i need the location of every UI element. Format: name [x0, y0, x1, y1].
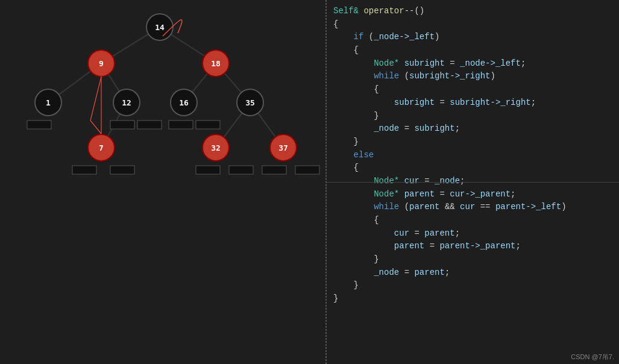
svg-line-42	[90, 121, 101, 134]
tree-panel: 14918112163573237	[0, 0, 325, 364]
code-panel: Self& operator--(){ if (_node->_left) { …	[325, 0, 619, 364]
tree-diagram: 14918112163573237	[0, 0, 325, 344]
code-line: Self& operator--()	[333, 5, 612, 18]
svg-rect-15	[110, 166, 134, 174]
code-line: while (parent && cur == parent->_left)	[333, 201, 612, 214]
code-line: }	[333, 279, 612, 292]
code-line: }	[333, 253, 612, 266]
code-line: if (_node->_left)	[333, 31, 612, 44]
code-line: while (subright->_right)	[333, 70, 612, 83]
svg-text:14: 14	[155, 23, 165, 32]
watermark: CSDN @7吊7.	[571, 353, 614, 362]
code-line: {	[333, 83, 612, 96]
svg-rect-14	[72, 166, 96, 174]
code-line: {	[333, 214, 612, 227]
code-line: {	[333, 162, 612, 175]
svg-rect-18	[262, 166, 286, 174]
code-line: parent = parent->_parent;	[333, 240, 612, 253]
svg-text:1: 1	[46, 98, 51, 107]
code-line: }	[333, 292, 612, 306]
code-line: Node* parent = cur->_parent;	[333, 188, 612, 201]
code-line: cur = parent;	[333, 227, 612, 240]
code-line: {	[333, 44, 612, 57]
svg-text:7: 7	[99, 143, 104, 152]
code-line: subright = subright->_right;	[333, 96, 612, 110]
svg-rect-12	[169, 121, 193, 129]
svg-rect-11	[137, 121, 162, 129]
svg-text:9: 9	[99, 59, 104, 68]
code-line: {	[333, 18, 612, 31]
code-line: Node* cur = _node;	[333, 175, 612, 188]
svg-text:32: 32	[211, 143, 221, 152]
svg-line-40	[90, 77, 101, 121]
svg-text:35: 35	[245, 98, 255, 107]
code-line: else	[333, 149, 612, 162]
code-line: Node* subright = _node->_left;	[333, 57, 612, 71]
svg-rect-13	[196, 121, 220, 129]
code-line: _node = subright;	[333, 122, 612, 136]
svg-text:37: 37	[278, 143, 288, 152]
svg-text:12: 12	[122, 98, 131, 107]
svg-rect-16	[196, 166, 220, 174]
code-line: }	[333, 110, 612, 123]
svg-rect-9	[27, 121, 51, 129]
svg-text:16: 16	[179, 98, 189, 107]
code-line: _node = parent;	[333, 266, 612, 280]
svg-rect-19	[295, 166, 319, 174]
svg-rect-17	[229, 166, 253, 174]
svg-text:18: 18	[211, 59, 221, 68]
svg-rect-10	[110, 121, 134, 129]
code-line: }	[333, 136, 612, 149]
